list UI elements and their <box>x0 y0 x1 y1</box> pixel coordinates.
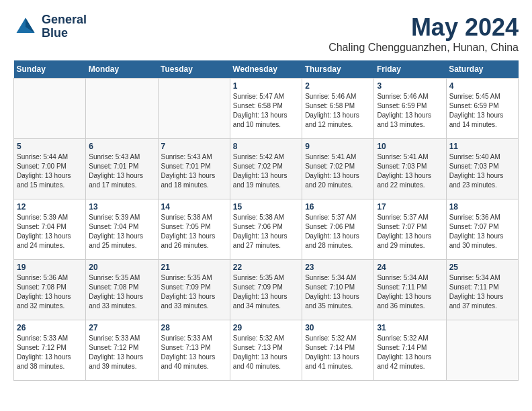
calendar-cell: 17Sunrise: 5:37 AM Sunset: 7:07 PM Dayli… <box>374 199 446 260</box>
weekday-header-row: SundayMondayTuesdayWednesdayThursdayFrid… <box>14 60 519 79</box>
calendar-cell <box>446 320 518 381</box>
calendar-cell: 27Sunrise: 5:33 AM Sunset: 7:12 PM Dayli… <box>86 320 158 381</box>
day-info: Sunrise: 5:35 AM Sunset: 7:09 PM Dayligh… <box>233 273 299 311</box>
day-number: 14 <box>161 202 227 212</box>
calendar-cell: 11Sunrise: 5:40 AM Sunset: 7:03 PM Dayli… <box>446 139 518 199</box>
day-number: 19 <box>17 263 83 272</box>
day-number: 11 <box>449 142 515 151</box>
calendar-cell: 2Sunrise: 5:46 AM Sunset: 6:58 PM Daylig… <box>302 79 374 139</box>
week-row-2: 5Sunrise: 5:44 AM Sunset: 7:00 PM Daylig… <box>14 139 519 199</box>
day-number: 18 <box>449 202 515 212</box>
day-number: 23 <box>305 263 371 272</box>
weekday-header-friday: Friday <box>374 60 446 79</box>
day-info: Sunrise: 5:32 AM Sunset: 7:13 PM Dayligh… <box>233 334 299 371</box>
day-info: Sunrise: 5:46 AM Sunset: 6:58 PM Dayligh… <box>305 92 371 130</box>
calendar-cell: 5Sunrise: 5:44 AM Sunset: 7:00 PM Daylig… <box>14 139 86 199</box>
day-number: 2 <box>305 81 371 91</box>
calendar-cell: 16Sunrise: 5:37 AM Sunset: 7:06 PM Dayli… <box>302 199 374 260</box>
day-info: Sunrise: 5:38 AM Sunset: 7:05 PM Dayligh… <box>161 213 227 250</box>
logo: General Blue <box>13 13 87 40</box>
calendar-cell: 22Sunrise: 5:35 AM Sunset: 7:09 PM Dayli… <box>230 260 302 320</box>
day-info: Sunrise: 5:33 AM Sunset: 7:12 PM Dayligh… <box>17 334 83 371</box>
calendar-cell: 24Sunrise: 5:34 AM Sunset: 7:11 PM Dayli… <box>374 260 446 320</box>
day-number: 24 <box>377 263 443 272</box>
calendar-cell: 18Sunrise: 5:36 AM Sunset: 7:07 PM Dayli… <box>446 199 518 260</box>
calendar-cell: 23Sunrise: 5:34 AM Sunset: 7:10 PM Dayli… <box>302 260 374 320</box>
day-number: 8 <box>233 142 299 151</box>
calendar-cell: 12Sunrise: 5:39 AM Sunset: 7:04 PM Dayli… <box>14 199 86 260</box>
day-info: Sunrise: 5:43 AM Sunset: 7:01 PM Dayligh… <box>89 152 154 190</box>
day-number: 5 <box>17 142 83 151</box>
calendar-cell <box>86 79 158 139</box>
weekday-header-monday: Monday <box>86 60 158 79</box>
page-header: General Blue May 2024 Chaling Chengguanz… <box>13 13 519 54</box>
day-info: Sunrise: 5:46 AM Sunset: 6:59 PM Dayligh… <box>377 92 443 130</box>
calendar-cell: 4Sunrise: 5:45 AM Sunset: 6:59 PM Daylig… <box>446 79 518 139</box>
calendar-cell: 8Sunrise: 5:42 AM Sunset: 7:02 PM Daylig… <box>230 139 302 199</box>
day-number: 3 <box>377 81 443 91</box>
day-number: 9 <box>305 142 371 151</box>
day-number: 16 <box>305 202 371 212</box>
calendar-table: SundayMondayTuesdayWednesdayThursdayFrid… <box>13 60 519 381</box>
day-number: 1 <box>233 81 299 91</box>
weekday-header-tuesday: Tuesday <box>158 60 230 79</box>
calendar-cell: 6Sunrise: 5:43 AM Sunset: 7:01 PM Daylig… <box>86 139 158 199</box>
day-info: Sunrise: 5:39 AM Sunset: 7:04 PM Dayligh… <box>89 213 154 250</box>
day-info: Sunrise: 5:39 AM Sunset: 7:04 PM Dayligh… <box>17 213 83 250</box>
day-number: 28 <box>161 323 227 332</box>
month-title: May 2024 <box>328 13 519 42</box>
week-row-3: 12Sunrise: 5:39 AM Sunset: 7:04 PM Dayli… <box>14 199 519 260</box>
day-info: Sunrise: 5:43 AM Sunset: 7:01 PM Dayligh… <box>161 152 227 190</box>
day-info: Sunrise: 5:34 AM Sunset: 7:11 PM Dayligh… <box>449 273 515 311</box>
weekday-header-thursday: Thursday <box>302 60 374 79</box>
calendar-cell: 13Sunrise: 5:39 AM Sunset: 7:04 PM Dayli… <box>86 199 158 260</box>
day-info: Sunrise: 5:35 AM Sunset: 7:09 PM Dayligh… <box>161 273 227 311</box>
day-info: Sunrise: 5:36 AM Sunset: 7:08 PM Dayligh… <box>17 273 83 311</box>
location-title: Chaling Chengguanzhen, Hunan, China <box>328 42 519 54</box>
day-number: 6 <box>89 142 154 151</box>
week-row-1: 1Sunrise: 5:47 AM Sunset: 6:58 PM Daylig… <box>14 79 519 139</box>
day-info: Sunrise: 5:33 AM Sunset: 7:12 PM Dayligh… <box>89 334 154 371</box>
day-info: Sunrise: 5:45 AM Sunset: 6:59 PM Dayligh… <box>449 92 515 130</box>
day-info: Sunrise: 5:36 AM Sunset: 7:07 PM Dayligh… <box>449 213 515 250</box>
day-info: Sunrise: 5:34 AM Sunset: 7:10 PM Dayligh… <box>305 273 371 311</box>
day-number: 4 <box>449 81 515 91</box>
logo-text: General Blue <box>42 13 87 40</box>
day-number: 26 <box>17 323 83 332</box>
week-row-4: 19Sunrise: 5:36 AM Sunset: 7:08 PM Dayli… <box>14 260 519 320</box>
calendar-cell: 21Sunrise: 5:35 AM Sunset: 7:09 PM Dayli… <box>158 260 230 320</box>
day-number: 12 <box>17 202 83 212</box>
weekday-header-saturday: Saturday <box>446 60 518 79</box>
day-info: Sunrise: 5:32 AM Sunset: 7:14 PM Dayligh… <box>377 334 443 371</box>
day-number: 10 <box>377 142 443 151</box>
day-number: 31 <box>377 323 443 332</box>
day-info: Sunrise: 5:37 AM Sunset: 7:06 PM Dayligh… <box>305 213 371 250</box>
calendar-cell: 26Sunrise: 5:33 AM Sunset: 7:12 PM Dayli… <box>14 320 86 381</box>
calendar-cell: 29Sunrise: 5:32 AM Sunset: 7:13 PM Dayli… <box>230 320 302 381</box>
day-info: Sunrise: 5:32 AM Sunset: 7:14 PM Dayligh… <box>305 334 371 371</box>
calendar-cell: 20Sunrise: 5:35 AM Sunset: 7:08 PM Dayli… <box>86 260 158 320</box>
day-number: 22 <box>233 263 299 272</box>
day-info: Sunrise: 5:41 AM Sunset: 7:02 PM Dayligh… <box>305 152 371 190</box>
calendar-cell: 15Sunrise: 5:38 AM Sunset: 7:06 PM Dayli… <box>230 199 302 260</box>
calendar-cell: 10Sunrise: 5:41 AM Sunset: 7:03 PM Dayli… <box>374 139 446 199</box>
day-number: 17 <box>377 202 443 212</box>
day-number: 29 <box>233 323 299 332</box>
day-info: Sunrise: 5:37 AM Sunset: 7:07 PM Dayligh… <box>377 213 443 250</box>
day-info: Sunrise: 5:35 AM Sunset: 7:08 PM Dayligh… <box>89 273 154 311</box>
week-row-5: 26Sunrise: 5:33 AM Sunset: 7:12 PM Dayli… <box>14 320 519 381</box>
logo-icon <box>13 15 38 39</box>
day-info: Sunrise: 5:34 AM Sunset: 7:11 PM Dayligh… <box>377 273 443 311</box>
calendar-cell: 7Sunrise: 5:43 AM Sunset: 7:01 PM Daylig… <box>158 139 230 199</box>
weekday-header-wednesday: Wednesday <box>230 60 302 79</box>
calendar-cell: 1Sunrise: 5:47 AM Sunset: 6:58 PM Daylig… <box>230 79 302 139</box>
day-number: 7 <box>161 142 227 151</box>
day-info: Sunrise: 5:41 AM Sunset: 7:03 PM Dayligh… <box>377 152 443 190</box>
calendar-cell: 30Sunrise: 5:32 AM Sunset: 7:14 PM Dayli… <box>302 320 374 381</box>
calendar-cell <box>14 79 86 139</box>
title-section: May 2024 Chaling Chengguanzhen, Hunan, C… <box>328 13 519 54</box>
day-info: Sunrise: 5:38 AM Sunset: 7:06 PM Dayligh… <box>233 213 299 250</box>
calendar-cell <box>158 79 230 139</box>
day-number: 15 <box>233 202 299 212</box>
calendar-cell: 9Sunrise: 5:41 AM Sunset: 7:02 PM Daylig… <box>302 139 374 199</box>
